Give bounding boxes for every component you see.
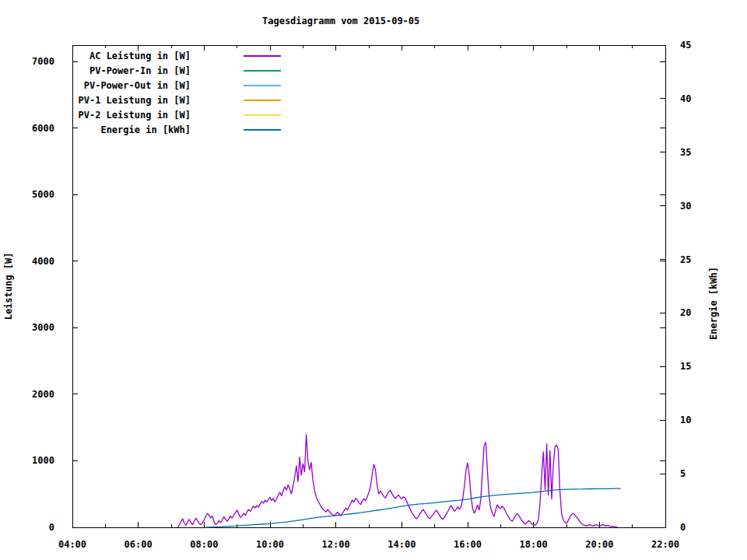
x-tick-label: 06:00 xyxy=(124,539,153,550)
plot-border xyxy=(72,45,665,527)
x-tick-label: 14:00 xyxy=(388,539,416,550)
x-tick-label: 08:00 xyxy=(190,539,218,550)
chart-canvas: Tagesdiagramm vom 2015-09-05 AC Leistung… xyxy=(0,0,747,560)
y-tick-label: 5000 xyxy=(32,189,54,200)
series-line-ac-leistung-in-w- xyxy=(178,434,618,527)
y-axis-title: Leistung [W] xyxy=(3,253,14,320)
y2-tick-label: 25 xyxy=(680,254,691,265)
y2-tick-label: 5 xyxy=(680,468,686,479)
x-tick-label: 12:00 xyxy=(322,539,350,550)
y2-tick-label: 20 xyxy=(680,307,691,318)
y-tick-label: 1000 xyxy=(32,455,54,466)
y2-axis-title: Energie [kWh] xyxy=(708,267,719,340)
series-line-energie-in-kwh- xyxy=(206,488,621,527)
plot-area: 04:0006:0008:0010:0012:0014:0016:0018:00… xyxy=(0,0,747,560)
x-tick-label: 20:00 xyxy=(585,539,613,550)
y-tick-label: 0 xyxy=(49,522,54,533)
x-tick-label: 22:00 xyxy=(651,539,679,550)
y2-tick-label: 40 xyxy=(680,93,691,104)
y2-tick-label: 35 xyxy=(680,147,691,158)
x-tick-label: 10:00 xyxy=(256,539,284,550)
y2-tick-label: 30 xyxy=(680,201,691,212)
y-tick-label: 4000 xyxy=(32,256,54,267)
y-tick-label: 6000 xyxy=(32,123,54,134)
y2-tick-label: 15 xyxy=(680,361,691,372)
y2-tick-label: 10 xyxy=(680,415,691,425)
x-tick-label: 16:00 xyxy=(454,539,482,550)
y-tick-label: 3000 xyxy=(32,322,54,333)
y2-tick-label: 0 xyxy=(680,522,686,533)
x-tick-label: 18:00 xyxy=(520,539,548,550)
x-tick-label: 04:00 xyxy=(58,539,86,550)
y-tick-label: 2000 xyxy=(32,389,54,400)
y-tick-label: 7000 xyxy=(32,56,54,67)
y2-tick-label: 45 xyxy=(680,40,691,51)
